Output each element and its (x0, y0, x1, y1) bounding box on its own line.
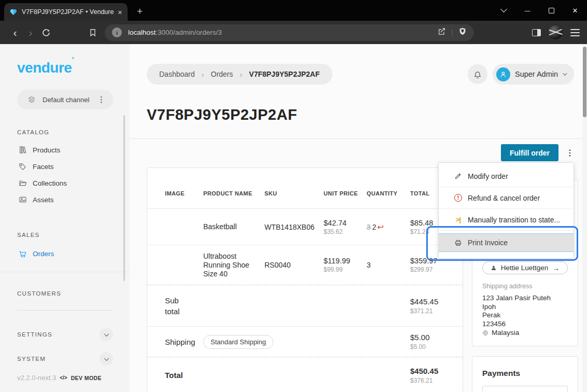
chevron-right-icon (202, 70, 204, 79)
sidebar-item-collections[interactable]: Collections (0, 175, 130, 191)
menu-item-print-invoice[interactable]: Print Invoice (439, 233, 574, 252)
sidebar-item-label: Collections (33, 179, 67, 187)
payments-card: Payments (472, 356, 578, 392)
sidebar-item-assets[interactable]: Assets (0, 191, 130, 208)
main-content: Dashboard Orders V7F8PJ9Y5P2JP2AF (130, 44, 587, 392)
order-actions-dropdown: Modify order Refund & cancel order Manua… (438, 162, 574, 259)
url-text: localhost:3000/admin/orders/3 (128, 29, 222, 36)
printer-icon (454, 239, 463, 247)
breadcrumb-orders[interactable]: Orders (211, 70, 233, 78)
forward-button[interactable] (23, 26, 38, 39)
reload-button[interactable] (38, 28, 54, 37)
chevron-down-icon[interactable] (100, 328, 113, 341)
breadcrumb-dashboard[interactable]: Dashboard (159, 70, 195, 78)
chevron-right-icon (240, 70, 242, 79)
section-customers: CUSTOMERS (17, 290, 130, 297)
address-bar[interactable]: localhost:3000/admin/orders/3 (105, 24, 474, 41)
channel-menu-icon[interactable] (97, 95, 105, 104)
window-close-button[interactable] (563, 0, 587, 21)
breadcrumb: Dashboard Orders V7F8PJ9Y5P2JP2AF (147, 64, 332, 85)
shipping-address-label: Shipping address (482, 283, 568, 290)
subtotal-row: Sub total $445.45 $371.21 (147, 285, 463, 326)
address-postal: 123456 (482, 320, 568, 329)
app-version: v2.2.0-next.3 (17, 374, 56, 382)
orders-cart-icon (18, 249, 27, 258)
quantity: 2 (372, 223, 376, 231)
facets-icon (18, 163, 27, 171)
browser-tab-strip: V7F8PJ9Y5P2JP2AF • Vendure (0, 0, 587, 21)
payment-detail-box (482, 386, 568, 392)
sidebar-scrollbar[interactable] (123, 115, 125, 281)
menu-item-modify-order[interactable]: Modify order (439, 165, 574, 187)
menu-item-refund-cancel[interactable]: Refund & cancel order (439, 187, 574, 209)
divider (451, 29, 453, 37)
section-sales: SALES (17, 232, 130, 238)
bookmark-icon[interactable] (85, 29, 101, 37)
col-quantity: QUANTITY (367, 190, 410, 197)
address-country: Malaysia (492, 329, 519, 338)
tab-title: V7F8PJ9Y5P2JP2AF • Vendure (22, 8, 115, 16)
col-product-name: PRODUCT NAME (203, 190, 264, 197)
address-street: 123 Jalan Pasir Puteh (482, 294, 568, 303)
notifications-button[interactable] (468, 64, 487, 84)
person-icon (499, 71, 507, 78)
product-name[interactable]: Basketball (203, 222, 253, 231)
total-row: Total $450.45 $376.21 (147, 357, 463, 392)
site-info-icon[interactable] (112, 27, 122, 37)
browser-navbar: localhost:3000/admin/orders/3 (0, 21, 587, 44)
customer-link-button[interactable]: Hettie Luettgen (482, 261, 568, 274)
chevron-down-icon[interactable] (100, 352, 113, 366)
scrollbar-thumb[interactable] (583, 47, 586, 117)
sidebar-toggle-icon[interactable] (532, 29, 541, 36)
page-title: V7F8PJ9Y5P2JP2AF (147, 106, 587, 123)
sidebar-item-label: Products (33, 146, 60, 154)
tab-close-icon[interactable] (118, 8, 122, 16)
sidebar-item-label: Assets (33, 196, 54, 204)
fulfill-order-button[interactable]: Fulfill order (501, 144, 558, 161)
order-table-card: IMAGE PRODUCT NAME SKU UNIT PRICE QUANTI… (147, 167, 463, 392)
browser-tab[interactable]: V7F8PJ9Y5P2JP2AF • Vendure (4, 3, 128, 21)
shipping-value: $5.00 (410, 333, 454, 342)
col-image: IMAGE (165, 190, 203, 197)
payments-title: Payments (482, 369, 568, 378)
product-name[interactable]: Ultraboost Running Shoe Size 40 (203, 252, 253, 278)
brave-shield-icon[interactable] (458, 27, 467, 38)
user-name: Super Admin (515, 70, 558, 78)
address-city: Ipoh (482, 303, 568, 312)
back-button[interactable] (7, 26, 23, 39)
shipping-row: Shipping Standard Shipping $5.00 $5.00 (147, 326, 463, 357)
chevron-down-icon (563, 71, 567, 75)
share-icon[interactable] (438, 27, 446, 38)
menu-item-transition-state[interactable]: Manually transition to state... (439, 209, 574, 231)
sidebar-item-orders[interactable]: Orders (0, 245, 130, 262)
order-actions-menu-icon[interactable] (566, 148, 574, 158)
assets-icon (18, 195, 27, 204)
table-header-row: IMAGE PRODUCT NAME SKU UNIT PRICE QUANTI… (147, 168, 463, 208)
line-total-secondary: $299.97 (410, 266, 454, 273)
arrow-right-icon (552, 264, 560, 272)
window-maximize-button[interactable] (539, 0, 563, 21)
sidebar-item-facets[interactable]: Facets (0, 158, 130, 175)
bell-icon (473, 70, 482, 79)
table-row: Basketball WTB1418XB06 $42.74 $35.62 32 … (147, 208, 463, 245)
channel-selector[interactable]: Default channel (17, 90, 113, 109)
address-province: Perak (482, 311, 568, 320)
user-menu[interactable]: Super Admin (493, 64, 574, 85)
browser-dropdown-icon[interactable] (492, 0, 515, 21)
col-unit-price: UNIT PRICE (324, 190, 367, 197)
customer-name: Hettie Luettgen (501, 264, 549, 272)
user-avatar (496, 67, 510, 81)
shipping-label: Shipping (165, 338, 203, 346)
window-minimize-button[interactable] (515, 0, 539, 21)
sidebar-group-system[interactable]: SYSTEM (17, 352, 113, 366)
sidebar-group-settings[interactable]: SETTINGS (17, 328, 113, 341)
browser-profile-avatar[interactable] (549, 25, 563, 39)
globe-icon (482, 330, 488, 336)
browser-menu-icon[interactable] (570, 29, 580, 36)
divider (0, 272, 130, 272)
new-tab-button[interactable] (137, 6, 143, 17)
subtotal-secondary: $371.21 (410, 307, 454, 315)
unit-price-secondary: $99.99 (324, 266, 367, 273)
sidebar-item-products[interactable]: Products (0, 142, 130, 158)
code-icon (60, 375, 67, 381)
